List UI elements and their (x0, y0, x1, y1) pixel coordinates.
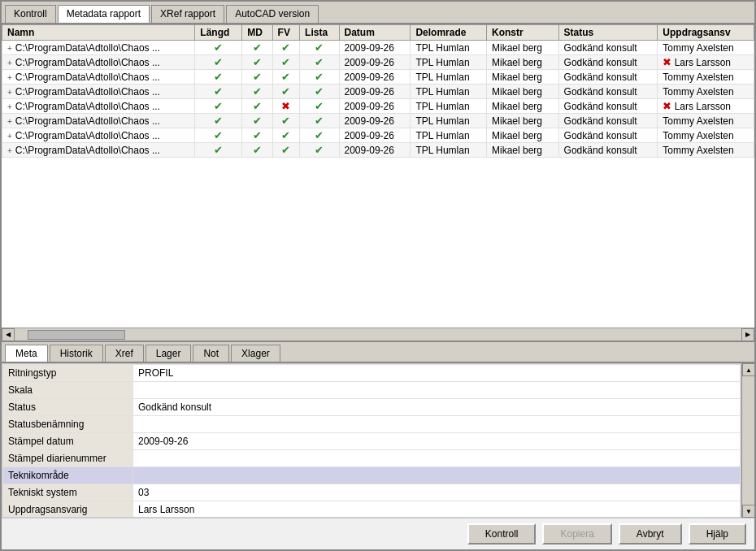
col-langd: Längd (195, 25, 242, 41)
tab-metadata-rapport[interactable]: Metadata rapport (58, 5, 150, 23)
prop-value[interactable] (133, 382, 741, 399)
scroll-track[interactable] (28, 330, 728, 340)
table-section: Namn Längd MD FV Lista Datum Delomrade K… (2, 24, 754, 342)
cell-langd (195, 41, 242, 55)
prop-row[interactable]: Tekniskt system 03 (3, 484, 741, 501)
scroll-down-btn[interactable]: ▼ (742, 505, 754, 518)
cell-fv (272, 114, 299, 128)
props-wrapper: Ritningstyp PROFIL Skala Status Godkänd … (2, 363, 754, 518)
check-icon (214, 86, 223, 98)
cell-datum: 2009-09-26 (339, 41, 411, 55)
cell-status: Godkänd konsult (558, 41, 658, 55)
scroll-thumb[interactable] (28, 330, 125, 340)
x-icon (663, 101, 671, 112)
tab-xref-rapport[interactable]: XRef rapport (151, 5, 224, 23)
table-row[interactable]: +C:\ProgramData\Adtollo\Chaos ... 2009-0… (2, 85, 754, 99)
prop-value[interactable]: Lars Larsson (133, 501, 741, 518)
prop-row[interactable]: Skala (3, 382, 741, 399)
tab-autocad-version[interactable]: AutoCAD version (226, 5, 319, 23)
kopiera-button[interactable]: Kopiera (542, 523, 611, 544)
table-row[interactable]: +C:\ProgramData\Adtollo\Chaos ... 2009-0… (2, 55, 754, 70)
scroll-left-arrow[interactable]: ◀ (2, 328, 15, 341)
prop-value[interactable] (133, 450, 741, 467)
check-icon (253, 115, 262, 127)
check-icon (315, 86, 324, 98)
scroll-up-btn[interactable]: ▲ (742, 363, 754, 376)
data-table: Namn Längd MD FV Lista Datum Delomrade K… (2, 24, 754, 158)
cell-status: Godkänd konsult (558, 128, 658, 143)
tab-xref[interactable]: Xref (105, 345, 144, 362)
table-row[interactable]: +C:\ProgramData\Adtollo\Chaos ... 2009-0… (2, 99, 754, 114)
table-row[interactable]: +C:\ProgramData\Adtollo\Chaos ... 2009-0… (2, 41, 754, 55)
expand-icon: + (7, 59, 12, 67)
prop-row[interactable]: Statusbenämning (3, 416, 741, 433)
cell-langd (195, 55, 242, 70)
tab-historik[interactable]: Historik (50, 345, 103, 362)
cell-lista (300, 128, 339, 143)
cell-datum: 2009-09-26 (339, 85, 411, 99)
table-row[interactable]: +C:\ProgramData\Adtollo\Chaos ... 2009-0… (2, 128, 754, 143)
col-md: MD (242, 25, 272, 41)
horizontal-scrollbar[interactable]: ◀ ▶ (2, 328, 754, 341)
table-row[interactable]: +C:\ProgramData\Adtollo\Chaos ... 2009-0… (2, 70, 754, 85)
check-icon (214, 57, 223, 68)
cell-status: Godkänd konsult (558, 99, 658, 114)
scroll-right-arrow[interactable]: ▶ (741, 328, 754, 341)
check-icon (214, 42, 223, 54)
prop-label: Stämpel diarienummer (3, 450, 133, 467)
prop-row[interactable]: Ritningstyp PROFIL (3, 365, 741, 382)
prop-value[interactable]: PROFIL (133, 365, 741, 382)
cell-delomrade: TPL Humlan (411, 99, 487, 114)
check-icon (315, 145, 324, 156)
cell-status: Godkänd konsult (558, 85, 658, 99)
table-row[interactable]: +C:\ProgramData\Adtollo\Chaos ... 2009-0… (2, 143, 754, 158)
prop-value[interactable]: 2009-09-26 (133, 433, 741, 450)
check-icon (253, 101, 262, 112)
properties-section[interactable]: Ritningstyp PROFIL Skala Status Godkänd … (2, 363, 741, 518)
cell-fv (272, 128, 299, 143)
cell-uppdragsansv: Tommy Axelsten (658, 128, 754, 143)
cell-langd (195, 85, 242, 99)
cell-md (242, 85, 272, 99)
vertical-scrollbar[interactable]: ▲ ▼ (741, 363, 754, 518)
check-icon (214, 115, 223, 127)
x-icon (281, 101, 290, 112)
cell-status: Godkänd konsult (558, 143, 658, 158)
tab-kontroll[interactable]: Kontroll (5, 5, 56, 23)
cell-md (242, 99, 272, 114)
cell-md (242, 41, 272, 55)
cell-delomrade: TPL Humlan (411, 85, 487, 99)
tab-not[interactable]: Not (193, 345, 229, 362)
prop-value[interactable]: Godkänd konsult (133, 399, 741, 416)
col-delomrade: Delomrade (411, 25, 487, 41)
cell-konstr: Mikael berg (486, 55, 558, 70)
cell-namn: +C:\ProgramData\Adtollo\Chaos ... (2, 85, 195, 99)
tab-meta[interactable]: Meta (5, 345, 48, 362)
prop-row[interactable]: Stämpel datum 2009-09-26 (3, 433, 741, 450)
cell-namn: +C:\ProgramData\Adtollo\Chaos ... (2, 70, 195, 85)
prop-value[interactable] (133, 416, 741, 433)
tab-lager[interactable]: Lager (146, 345, 192, 362)
check-icon (253, 57, 262, 68)
cell-delomrade: TPL Humlan (411, 70, 487, 85)
prop-value[interactable]: 03 (133, 484, 741, 501)
cell-fv (272, 99, 299, 114)
cell-uppdragsansv: Lars Larsson (658, 99, 754, 114)
prop-row[interactable]: Uppdragsansvarig Lars Larsson (3, 501, 741, 518)
table-wrapper[interactable]: Namn Längd MD FV Lista Datum Delomrade K… (2, 24, 754, 328)
bottom-tab-bar: Meta Historik Xref Lager Not Xlager (2, 342, 754, 363)
cell-md (242, 55, 272, 70)
prop-row[interactable]: Stämpel diarienummer (3, 450, 741, 467)
cell-langd (195, 143, 242, 158)
cell-langd (195, 99, 242, 114)
prop-row[interactable]: Teknikområde (3, 467, 741, 484)
hjälp-button[interactable]: Hjälp (689, 523, 746, 544)
tab-xlager[interactable]: Xlager (231, 345, 280, 362)
prop-value[interactable] (133, 467, 741, 484)
cell-langd (195, 128, 242, 143)
kontroll-button[interactable]: Kontroll (467, 523, 537, 544)
prop-row[interactable]: Status Godkänd konsult (3, 399, 741, 416)
avbryt-button[interactable]: Avbryt (619, 523, 682, 544)
scroll-v-track[interactable] (742, 376, 754, 505)
table-row[interactable]: +C:\ProgramData\Adtollo\Chaos ... 2009-0… (2, 114, 754, 128)
